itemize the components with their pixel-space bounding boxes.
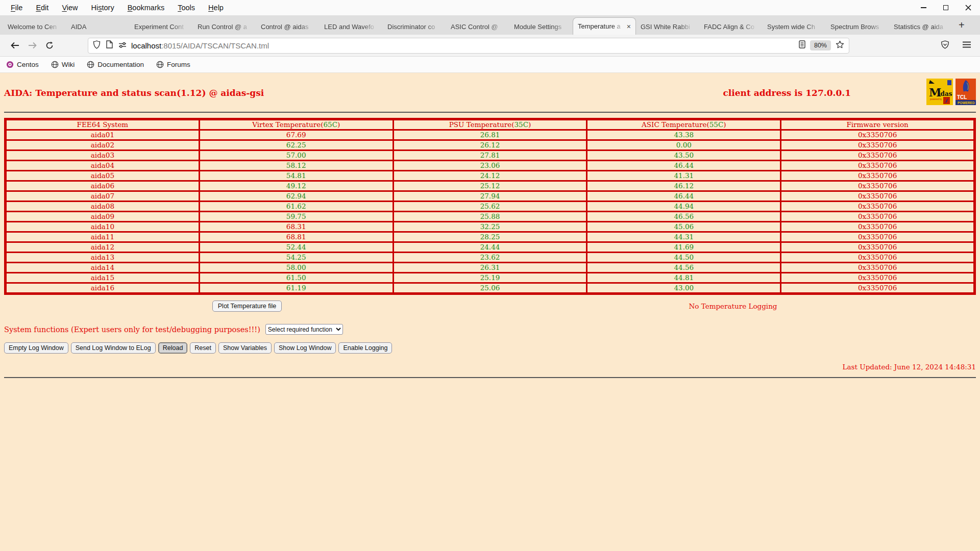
function-select[interactable]: Select required function [265, 324, 343, 335]
bookmark-label: Documentation [97, 61, 144, 68]
tcl-powered-logo[interactable]: TCL POWERED [955, 79, 976, 107]
psu-temperature: 26.31 [393, 263, 587, 273]
maximize-icon[interactable] [942, 4, 949, 11]
tab-fadc-align-co[interactable]: FADC Align & Co [699, 19, 763, 35]
plot-temperature-file-button[interactable]: Plot Temperature file [212, 300, 282, 312]
shield-check-icon[interactable] [941, 40, 949, 51]
virtex-temperature: 52.44 [199, 242, 393, 253]
tab-discriminator-co[interactable]: Discriminator co [383, 19, 446, 35]
firmware-version: 0x3350706 [781, 191, 975, 202]
tab-spectrum-brows[interactable]: Spectrum Brows [826, 19, 889, 35]
firmware-version: 0x3350706 [781, 253, 975, 263]
menu-history[interactable]: History [85, 4, 121, 12]
menu-help[interactable]: Help [202, 4, 230, 12]
bookmark-label: Forums [167, 61, 190, 68]
psu-temperature: 23.06 [393, 161, 587, 171]
asic-temperature: 46.56 [587, 212, 781, 222]
firmware-version: 0x3350706 [781, 140, 975, 151]
back-icon[interactable] [6, 38, 23, 53]
tab-title: Temperature a [578, 22, 625, 30]
temperature-table: FEE64 SystemVirtex Temperature(65C)PSU T… [4, 118, 976, 295]
bookmark-centos[interactable]: Centos [6, 61, 39, 68]
firmware-version: 0x3350706 [781, 222, 975, 232]
reader-mode-icon[interactable] [799, 40, 805, 51]
table-row-aida05: aida0554.8124.1241.310x3350706 [6, 171, 975, 181]
virtex-temperature: 68.31 [199, 222, 393, 232]
table-row-aida07: aida0762.9427.9446.440x3350706 [6, 191, 975, 202]
globe-icon [51, 61, 59, 68]
site-permissions-icon[interactable] [118, 41, 127, 50]
firmware-version: 0x3350706 [781, 263, 975, 273]
bookmark-star-icon[interactable] [836, 40, 844, 51]
new-tab-button[interactable]: + [952, 19, 971, 31]
menu-file[interactable]: File [4, 4, 29, 12]
tab-gsi-white-rabbi[interactable]: GSI White Rabbi [636, 19, 699, 35]
reload-icon[interactable] [41, 38, 58, 53]
fee64-system: aida15 [6, 273, 200, 283]
action-buttons-row: Empty Log WindowSend Log Window to ELogR… [4, 342, 976, 354]
minimize-icon[interactable] [920, 4, 927, 11]
tab-close-icon[interactable]: × [627, 22, 631, 31]
tab-run-control-a[interactable]: Run Control @ a [193, 19, 256, 35]
virtex-temperature: 58.12 [199, 161, 393, 171]
psu-temperature: 26.81 [393, 130, 587, 140]
tab-module-settings[interactable]: Module Settings [509, 19, 573, 35]
url-path: :8015/AIDA/TSCAN/TSCAN.tml [161, 41, 269, 50]
url-bar[interactable]: localhost:8015/AIDA/TSCAN/TSCAN.tml 80% [88, 38, 849, 54]
bookmark-wiki[interactable]: Wiki [51, 61, 75, 68]
firmware-version: 0x3350706 [781, 273, 975, 283]
menu-view[interactable]: View [55, 4, 84, 12]
psu-temperature: 24.12 [393, 171, 587, 181]
shield-icon[interactable] [93, 40, 101, 51]
menu-edit[interactable]: Edit [29, 4, 55, 12]
bookmark-label: Wiki [62, 61, 75, 68]
tab-welcome-to-cen[interactable]: Welcome to Cen [3, 19, 66, 35]
page-info-icon[interactable] [106, 40, 113, 51]
table-row-aida14: aida1458.0026.3144.560x3350706 [6, 263, 975, 273]
virtex-temperature: 61.50 [199, 273, 393, 283]
firmware-version: 0x3350706 [781, 151, 975, 161]
forward-icon[interactable] [23, 38, 41, 53]
reset-button[interactable]: Reset [190, 342, 216, 354]
table-row-aida09: aida0959.7525.8846.560x3350706 [6, 212, 975, 222]
tab-aida[interactable]: AIDA [66, 19, 130, 35]
empty-log-window-button[interactable]: Empty Log Window [4, 342, 68, 354]
reload-button[interactable]: Reload [158, 342, 188, 354]
bookmark-items: CentosWikiDocumentationForums [6, 61, 190, 68]
table-row-aida15: aida1561.5025.1944.810x3350706 [6, 273, 975, 283]
fee64-system: aida07 [6, 191, 200, 202]
table-row-aida10: aida1068.3132.2545.060x3350706 [6, 222, 975, 232]
bookmark-forums[interactable]: Forums [156, 61, 190, 68]
tab-control-aidas[interactable]: Control @ aidas [256, 19, 320, 35]
top-divider [4, 112, 976, 113]
tab-statistics-aida[interactable]: Statistics @ aida [889, 19, 952, 35]
zoom-level-badge[interactable]: 80% [810, 40, 831, 51]
show-variables-button[interactable]: Show Variables [218, 342, 272, 354]
close-icon[interactable] [965, 4, 972, 11]
url-text[interactable]: localhost:8015/AIDA/TSCAN/TSCAN.tml [131, 41, 269, 50]
midas-logo[interactable]: M idas powered by [926, 79, 953, 107]
hamburger-menu-icon[interactable] [963, 41, 971, 50]
page-header: AIDA: Temperature and status scan(1.12) … [4, 77, 976, 109]
tab-experiment-cont[interactable]: Experiment Cont [130, 19, 193, 35]
temperature-limit: 35C [514, 120, 528, 129]
firmware-version: 0x3350706 [781, 171, 975, 181]
tab-led-and-wavefo[interactable]: LED and Wavefo [320, 19, 383, 35]
tab-asic-control[interactable]: ASIC Control @ [446, 19, 509, 35]
menu-tools[interactable]: Tools [171, 4, 202, 12]
psu-temperature: 27.94 [393, 191, 587, 202]
show-log-window-button[interactable]: Show Log Window [274, 342, 336, 354]
last-updated-text: Last Updated: June 12, 2024 14:48:31 [4, 363, 976, 371]
menu-bookmarks[interactable]: Bookmarks [121, 4, 172, 12]
virtex-temperature: 59.75 [199, 212, 393, 222]
enable-logging-button[interactable]: Enable Logging [338, 342, 392, 354]
tab-system-wide-ch[interactable]: System wide Ch [763, 19, 826, 35]
column-header-fee64-system: FEE64 System [6, 119, 200, 130]
firmware-version: 0x3350706 [781, 202, 975, 212]
bookmark-documentation[interactable]: Documentation [87, 61, 144, 68]
temperature-limit: 65C [323, 120, 337, 129]
window-controls [920, 4, 980, 11]
send-log-window-to-elog-button[interactable]: Send Log Window to ELog [71, 342, 156, 354]
tab-temperature-a[interactable]: Temperature a× [573, 17, 636, 35]
psu-temperature: 25.12 [393, 181, 587, 191]
